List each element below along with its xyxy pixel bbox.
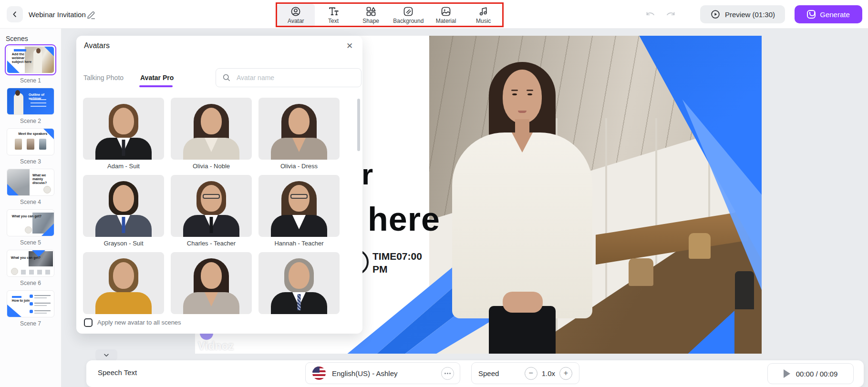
speed-control: Speed − 1.0x + xyxy=(471,362,579,384)
search-input[interactable] xyxy=(236,73,345,82)
scene-label: Scene 3 xyxy=(0,158,61,165)
preview-button[interactable]: Preview (01:30) xyxy=(700,5,785,23)
top-toolbar: Webinar Invitation Avatar Text xyxy=(0,0,868,29)
scene-item-2[interactable]: Outline of webinar Scene 2 xyxy=(0,87,61,124)
tab-label: Shape xyxy=(362,18,379,24)
generate-label: Generate xyxy=(820,10,850,19)
editor-tab-bar: Avatar Text Shape Background xyxy=(277,4,502,26)
scene-label: Scene 2 xyxy=(0,118,61,124)
tab-avatar-pro[interactable]: Avatar Pro xyxy=(140,74,174,81)
panel-scrollbar[interactable] xyxy=(357,99,360,151)
avatar-card-hannah-teacher[interactable] xyxy=(258,175,340,237)
tab-label: Background xyxy=(393,18,424,24)
chevron-left-icon xyxy=(10,10,19,19)
speed-label: Speed xyxy=(478,369,525,377)
edit-title-icon[interactable] xyxy=(86,10,96,20)
us-flag-icon xyxy=(312,367,326,380)
scene-item-5[interactable]: What you can get? Scene 5 xyxy=(0,208,61,246)
time-display: 00:00 / 00:09 xyxy=(796,370,838,378)
avatars-panel: Avatars ✕ Talking Photo Avatar Pro Adam … xyxy=(76,36,362,334)
avatar-name: Olivia - Noble xyxy=(171,163,252,170)
scene-item-3[interactable]: Meet the speakers Scene 3 xyxy=(0,127,61,165)
material-icon xyxy=(440,6,452,17)
avatar-icon xyxy=(290,6,301,17)
speed-decrease-button[interactable]: − xyxy=(525,367,537,380)
close-icon[interactable]: ✕ xyxy=(344,41,355,51)
scene-item-1[interactable]: Add the webinar subject here Scene 1 xyxy=(0,44,61,84)
webinar-time-text[interactable]: PM xyxy=(372,264,388,275)
tab-text[interactable]: Text xyxy=(315,4,352,28)
tab-label: Avatar xyxy=(288,18,304,24)
scene-caption: Add the webinar subject here xyxy=(12,52,33,64)
apply-all-scenes-label: Apply new avatar to all scenes xyxy=(97,319,181,326)
speed-value: 1.0x xyxy=(542,369,555,377)
scenes-sidebar: Scenes Add the webinar subject here Scen… xyxy=(0,29,61,387)
avatar-name: Adam - Suit xyxy=(83,163,164,170)
scene-list: Add the webinar subject here Scene 1 Out… xyxy=(0,44,61,330)
project-title: Webinar Invitation xyxy=(29,0,86,29)
search-icon xyxy=(222,73,231,82)
voice-more-options-button[interactable] xyxy=(441,367,454,380)
tab-talking-photo[interactable]: Talking Photo xyxy=(83,74,124,81)
avatar-card-halter-dress[interactable] xyxy=(171,252,252,314)
playback-time: 00:00 / 00:09 xyxy=(767,363,854,384)
voice-selector[interactable]: English(US) - Ashley xyxy=(305,362,460,384)
generate-button[interactable]: Generate xyxy=(795,5,862,23)
tab-material[interactable]: Material xyxy=(427,4,465,28)
scene-item-6[interactable]: What you can get? Scene 6 xyxy=(0,249,61,286)
history-controls xyxy=(644,9,677,21)
scenes-header: Scenes xyxy=(6,35,28,42)
speech-text-label: Speech Text xyxy=(98,368,137,377)
scene-caption: Meet the speakers xyxy=(19,132,48,136)
avatar-card-olivia-noble[interactable] xyxy=(171,98,252,160)
scene-label: Scene 5 xyxy=(0,239,61,246)
headline-text-fragment[interactable]: here xyxy=(368,200,440,238)
headline-text-fragment[interactable]: r xyxy=(362,157,373,191)
avatar-search-box[interactable] xyxy=(216,68,362,87)
scene-caption: What you can get? xyxy=(12,214,41,218)
scene-caption: What you can get? xyxy=(11,256,41,260)
presenter-avatar[interactable] xyxy=(444,62,601,354)
scene-caption: What we mainly discuss? xyxy=(32,173,54,185)
active-tab-underline xyxy=(139,85,173,87)
tab-avatar[interactable]: Avatar xyxy=(277,4,315,28)
redo-button[interactable] xyxy=(664,9,677,21)
avatar-name: Olivia - Dress xyxy=(258,163,340,170)
tab-label: Material xyxy=(436,18,456,24)
background-icon xyxy=(403,6,414,17)
avatar-name: Hannah - Teacher xyxy=(258,240,340,247)
undo-button[interactable] xyxy=(644,9,657,21)
avatar-card-adam-suit[interactable] xyxy=(83,98,164,160)
avatar-card-charles-teacher[interactable] xyxy=(171,175,252,237)
redo-icon xyxy=(665,9,676,20)
apply-all-scenes-checkbox[interactable] xyxy=(84,318,93,327)
preview-label: Preview (01:30) xyxy=(725,10,775,19)
speed-increase-button[interactable]: + xyxy=(559,367,572,380)
preview-play-icon xyxy=(710,9,721,20)
scene-item-4[interactable]: What we mainly discuss? Scene 4 xyxy=(0,168,61,205)
avatar-name: Grayson - Suit xyxy=(83,240,164,247)
avatar-card-grayson-suit[interactable] xyxy=(83,175,164,237)
play-button[interactable] xyxy=(784,369,790,378)
undo-icon xyxy=(645,9,656,20)
avatar-card-senior-suit[interactable] xyxy=(258,252,340,314)
text-icon xyxy=(328,6,339,17)
speech-bar: Speech Text English(US) - Ashley Speed −… xyxy=(86,360,864,387)
scene-item-7[interactable]: How to join in? Scene 7 xyxy=(0,289,61,327)
avatar-card-olivia-dress[interactable] xyxy=(258,98,340,160)
tab-shape[interactable]: Shape xyxy=(352,4,390,28)
music-icon xyxy=(478,6,489,17)
tab-background[interactable]: Background xyxy=(390,4,427,28)
back-button[interactable] xyxy=(7,6,23,22)
webinar-time-text[interactable]: TIME07:00 xyxy=(372,251,422,262)
tab-label: Music xyxy=(476,18,491,24)
scene-label: Scene 6 xyxy=(0,280,61,286)
voice-name: English(US) - Ashley xyxy=(332,369,441,377)
avatar-card-hoodie[interactable] xyxy=(83,252,164,314)
timeline-collapse-button[interactable] xyxy=(95,349,117,361)
tab-music[interactable]: Music xyxy=(465,4,502,28)
panel-title: Avatars xyxy=(84,41,110,50)
scene-label: Scene 4 xyxy=(0,199,61,205)
generate-smile-icon xyxy=(807,10,816,19)
scene-label: Scene 1 xyxy=(0,77,61,84)
